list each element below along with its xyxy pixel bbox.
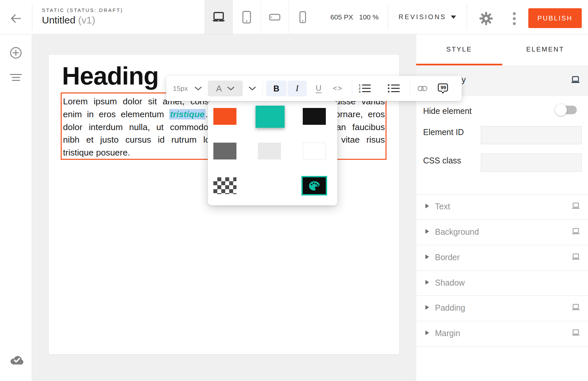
chevron-down-icon <box>249 87 256 90</box>
section-border[interactable]: Border <box>416 245 588 270</box>
underline-button[interactable]: U <box>313 76 325 101</box>
device-scope-laptop-icon[interactable] <box>571 76 580 84</box>
kebab-dot <box>513 22 516 25</box>
phone-icon <box>299 11 306 23</box>
chevron-right-icon <box>425 305 429 310</box>
device-scope-laptop-icon[interactable] <box>572 253 580 260</box>
hide-element-toggle-off[interactable] <box>558 106 577 114</box>
more-options-button[interactable] <box>509 11 519 26</box>
device-tablet-portrait-button[interactable] <box>232 0 261 34</box>
section-label: Text <box>435 202 450 211</box>
svg-text:99: 99 <box>441 85 446 90</box>
custom-color-button[interactable] <box>301 176 327 195</box>
zoom-value: 100 % <box>359 13 379 21</box>
editor-window: STATIC (STATUS: DRAFT) Untitled (v1) <box>0 0 588 381</box>
chevron-right-icon <box>425 229 429 234</box>
toolbar-divider <box>352 81 352 96</box>
element-id-input[interactable] <box>481 126 582 144</box>
link-button[interactable] <box>416 76 429 101</box>
revisions-label: REVISIONS <box>399 13 447 21</box>
publish-button[interactable]: PUBLISH <box>528 8 582 28</box>
section-padding[interactable]: Padding <box>416 296 588 321</box>
color-swatch-teal-selected[interactable] <box>256 106 285 128</box>
section-shadow[interactable]: Shadow <box>416 271 588 296</box>
chevron-right-icon <box>425 280 429 285</box>
toolbar-divider <box>263 81 263 96</box>
chevron-right-icon <box>425 255 429 259</box>
back-arrow-icon <box>9 13 22 24</box>
color-swatch-light-gray[interactable] <box>258 143 281 159</box>
back-button[interactable] <box>9 13 22 24</box>
kebab-dot <box>513 17 516 20</box>
text-fragment: enim in eros elementum <box>63 109 169 119</box>
tab-style[interactable]: STYLE <box>416 34 502 64</box>
section-label: Border <box>435 253 460 262</box>
quote-icon: 99 <box>437 83 449 94</box>
blockquote-button[interactable]: 99 <box>435 76 450 101</box>
cloud-check-icon <box>9 355 24 366</box>
css-class-input[interactable] <box>481 154 582 172</box>
settings-button[interactable] <box>479 11 493 26</box>
device-tablet-landscape-button[interactable] <box>261 0 289 34</box>
color-swatch-transparent[interactable] <box>213 177 236 194</box>
chevron-down-icon <box>195 87 202 90</box>
font-size-value: 15px <box>173 85 188 92</box>
section-text[interactable]: Text <box>416 194 588 220</box>
divider <box>467 4 467 30</box>
divider <box>388 4 388 30</box>
device-scope-laptop-icon[interactable] <box>572 202 580 210</box>
font-size-dropdown[interactable]: 15px <box>170 76 191 101</box>
link-icon <box>418 86 427 91</box>
plus-circle-icon <box>9 46 22 59</box>
bullet-list-button[interactable] <box>387 76 400 101</box>
toolbar-divider <box>410 81 410 96</box>
tablet-portrait-icon <box>242 11 251 23</box>
css-class-label: CSS class <box>423 156 461 165</box>
tablet-landscape-icon <box>269 14 280 20</box>
divider <box>416 346 588 347</box>
device-laptop-button[interactable] <box>204 0 232 34</box>
tab-element-label: ELEMENT <box>526 46 564 53</box>
section-margin[interactable]: Margin <box>416 321 588 346</box>
tab-style-label: STYLE <box>446 46 472 53</box>
canvas-heading[interactable]: Heading <box>62 62 159 90</box>
highlight-color-dropdown[interactable] <box>247 76 257 101</box>
section-background[interactable]: Background <box>416 220 588 245</box>
color-letter: A <box>216 84 222 94</box>
kebab-dot <box>513 12 516 15</box>
tab-element[interactable]: ELEMENT <box>502 34 588 64</box>
line <box>12 80 20 81</box>
chevron-right-icon <box>425 204 429 208</box>
document-status: STATIC (STATUS: DRAFT) <box>42 7 123 13</box>
text-color-dropdown-open[interactable]: A <box>208 81 243 96</box>
chevron-right-icon <box>425 330 429 335</box>
code-button[interactable]: <> <box>330 76 345 101</box>
title-version: (v1) <box>78 15 95 25</box>
font-size-caret[interactable] <box>193 76 203 101</box>
bold-button-active[interactable]: B <box>266 81 287 96</box>
ordered-list-button[interactable]: 123 <box>358 76 371 101</box>
section-label: Background <box>435 227 479 237</box>
top-bar: STATIC (STATUS: DRAFT) Untitled (v1) <box>0 0 588 34</box>
selected-word-highlight: tristique <box>169 109 206 120</box>
palette-icon <box>309 181 320 191</box>
add-element-button[interactable] <box>9 46 22 59</box>
canvas-width-value: 605 PX <box>330 13 353 21</box>
device-phone-button[interactable] <box>289 0 317 34</box>
element-id-label: Element ID <box>423 127 464 137</box>
color-swatch-black[interactable] <box>303 108 326 125</box>
color-swatch-orange[interactable] <box>213 108 236 125</box>
color-swatch-white[interactable] <box>303 143 326 159</box>
color-swatch-dark-gray[interactable] <box>213 143 236 159</box>
device-scope-laptop-icon[interactable] <box>572 329 580 336</box>
canvas-size-indicator: 605 PX 100 % <box>326 0 383 34</box>
title-text: Untitled <box>42 15 76 25</box>
layers-button[interactable] <box>9 74 22 87</box>
revisions-dropdown[interactable]: REVISIONS <box>394 0 460 34</box>
italic-button-active[interactable]: I <box>288 81 307 96</box>
device-scope-laptop-icon[interactable] <box>572 228 580 235</box>
section-label: Margin <box>435 329 460 338</box>
line <box>10 74 22 75</box>
bold-label: B <box>273 84 279 93</box>
device-scope-laptop-icon[interactable] <box>572 304 580 311</box>
